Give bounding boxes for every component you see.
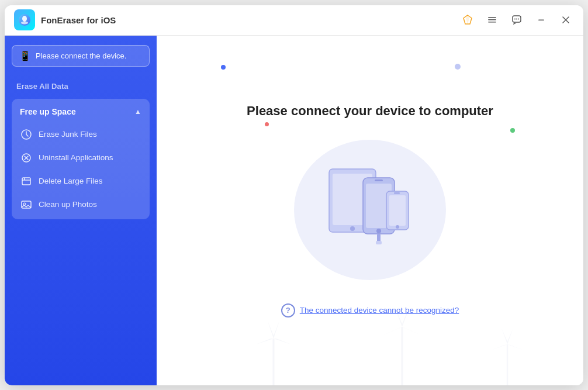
main-content: Please connect your device to computer — [157, 36, 583, 385]
erase-junk-icon — [20, 128, 33, 141]
svg-marker-44 — [402, 327, 423, 336]
phone-icon: 📱 — [19, 50, 31, 61]
main-title: Please connect your device to computer — [247, 103, 493, 119]
svg-marker-48 — [507, 328, 513, 344]
svg-rect-19 — [22, 178, 30, 185]
svg-marker-39 — [274, 339, 291, 344]
svg-point-2 — [21, 22, 28, 25]
help-circle-icon: ? — [281, 303, 295, 317]
svg-marker-41 — [256, 339, 274, 344]
svg-point-23 — [23, 203, 26, 205]
svg-point-34 — [396, 225, 399, 229]
svg-rect-7 — [488, 22, 496, 23]
svg-marker-51 — [491, 344, 507, 350]
help-link[interactable]: The connected device cannot be recognize… — [300, 306, 459, 315]
decoration-dot-3 — [265, 122, 269, 126]
uninstall-apps-icon — [20, 151, 33, 164]
devices-svg — [312, 157, 428, 263]
illustration-circle — [294, 140, 446, 280]
title-bar-right — [459, 12, 574, 28]
svg-rect-6 — [488, 19, 496, 20]
delete-large-label: Delete Large Files — [39, 177, 103, 185]
nav-item-erase-junk[interactable]: Erase Junk Files — [14, 123, 147, 146]
connect-device-button[interactable]: 📱 Please connect the device. — [12, 45, 150, 67]
decoration-dot-2 — [455, 64, 461, 70]
uninstall-apps-label: Uninstall Applications — [39, 153, 113, 162]
free-up-space-group: Free up Space ▲ Erase Junk Files — [12, 99, 150, 219]
nav-item-delete-large[interactable]: Delete Large Files — [14, 170, 147, 192]
svg-point-9 — [514, 19, 516, 20]
nav-items-list: Erase Junk Files Uninstall Applications — [14, 123, 147, 216]
decoration-dot-1 — [221, 65, 226, 70]
clean-photos-label: Clean up Photos — [39, 200, 97, 209]
svg-marker-38 — [274, 321, 279, 339]
svg-marker-46 — [382, 327, 402, 336]
free-up-space-header[interactable]: Free up Space ▲ — [14, 102, 147, 121]
nav-item-uninstall-apps[interactable]: Uninstall Applications — [14, 147, 147, 169]
svg-rect-35 — [377, 234, 381, 242]
svg-point-26 — [350, 226, 355, 231]
svg-rect-29 — [375, 180, 383, 181]
free-up-space-label: Free up Space — [20, 107, 76, 116]
title-bar-left: FonEraser for iOS — [14, 9, 116, 30]
app-icon — [14, 9, 35, 30]
nav-item-clean-photos[interactable]: Clean up Photos — [14, 194, 147, 216]
svg-point-11 — [518, 19, 519, 20]
app-window: FonEraser for iOS — [5, 5, 583, 385]
svg-marker-40 — [268, 321, 274, 339]
svg-rect-12 — [538, 20, 544, 21]
svg-marker-50 — [501, 328, 507, 344]
minimize-icon[interactable] — [533, 12, 549, 28]
title-bar: FonEraser for iOS — [5, 5, 583, 36]
svg-point-30 — [376, 229, 381, 233]
sidebar: 📱 Please connect the device. Erase All D… — [5, 36, 157, 385]
chat-icon[interactable] — [509, 12, 525, 28]
svg-rect-36 — [376, 241, 382, 244]
help-link-row: ? The connected device cannot be recogni… — [281, 303, 459, 317]
app-title: FonEraser for iOS — [41, 15, 116, 25]
device-illustration — [294, 140, 446, 280]
svg-rect-5 — [488, 17, 496, 18]
svg-point-10 — [516, 19, 517, 20]
svg-rect-32 — [389, 195, 406, 226]
delete-large-icon — [20, 175, 33, 188]
diamond-icon[interactable] — [459, 12, 476, 28]
connect-button-label: Please connect the device. — [36, 51, 126, 60]
erase-all-data-section: Erase All Data — [12, 80, 150, 93]
svg-point-1 — [22, 16, 27, 22]
close-icon[interactable] — [558, 12, 574, 28]
body-area: 📱 Please connect the device. Erase All D… — [5, 36, 583, 385]
decoration-dot-4 — [510, 128, 515, 133]
clean-photos-icon — [20, 198, 33, 211]
svg-rect-33 — [394, 192, 400, 194]
menu-icon[interactable] — [484, 12, 500, 28]
chevron-up-icon: ▲ — [134, 108, 141, 116]
svg-marker-49 — [507, 344, 524, 350]
erase-junk-label: Erase Junk Files — [39, 130, 97, 139]
